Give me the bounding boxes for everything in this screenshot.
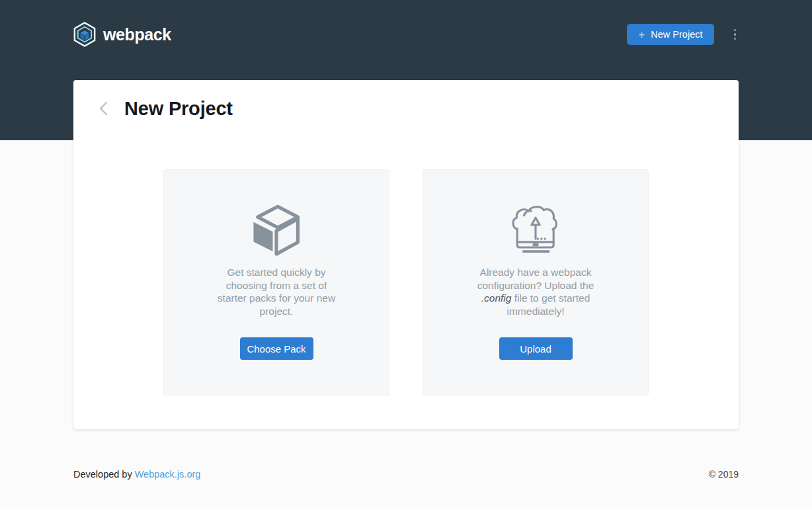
upload-description: Already have a webpack configuration? Up… <box>477 266 594 318</box>
copyright: © 2019 <box>709 469 739 480</box>
top-actions: + New Project <box>627 24 739 45</box>
new-project-button[interactable]: + New Project <box>627 24 713 45</box>
config-word: .config <box>481 292 512 304</box>
upload-button[interactable]: Upload <box>499 337 573 360</box>
webpack-logo-icon <box>73 21 96 48</box>
back-chevron-icon[interactable] <box>98 99 109 118</box>
page-title: New Project <box>124 97 233 120</box>
webpack-org-link[interactable]: Webpack.js.org <box>135 469 201 480</box>
starter-description: Get started quickly by choosing from a s… <box>218 266 335 318</box>
option-panels: Get started quickly by choosing from a s… <box>73 169 739 396</box>
developed-by: Developed byWebpack.js.org <box>73 469 200 480</box>
new-project-button-label: New Project <box>651 29 702 40</box>
starter-pack-panel: Get started quickly by choosing from a s… <box>163 169 389 396</box>
top-bar: webpack + New Project <box>73 0 739 69</box>
card-header: New Project <box>73 80 739 120</box>
kebab-menu-icon[interactable] <box>731 26 739 44</box>
upload-config-panel: Already have a webpack configuration? Up… <box>423 169 649 396</box>
choose-pack-button[interactable]: Choose Pack <box>240 337 313 360</box>
brand-wordmark: webpack <box>103 25 171 44</box>
cloud-upload-icon <box>512 204 559 255</box>
brand[interactable]: webpack <box>73 21 171 48</box>
plus-icon: + <box>638 29 645 40</box>
new-project-card: New Project Get started quickly by choos… <box>73 80 739 429</box>
footer: Developed byWebpack.js.org © 2019 <box>73 469 739 480</box>
cube-icon <box>251 204 302 255</box>
